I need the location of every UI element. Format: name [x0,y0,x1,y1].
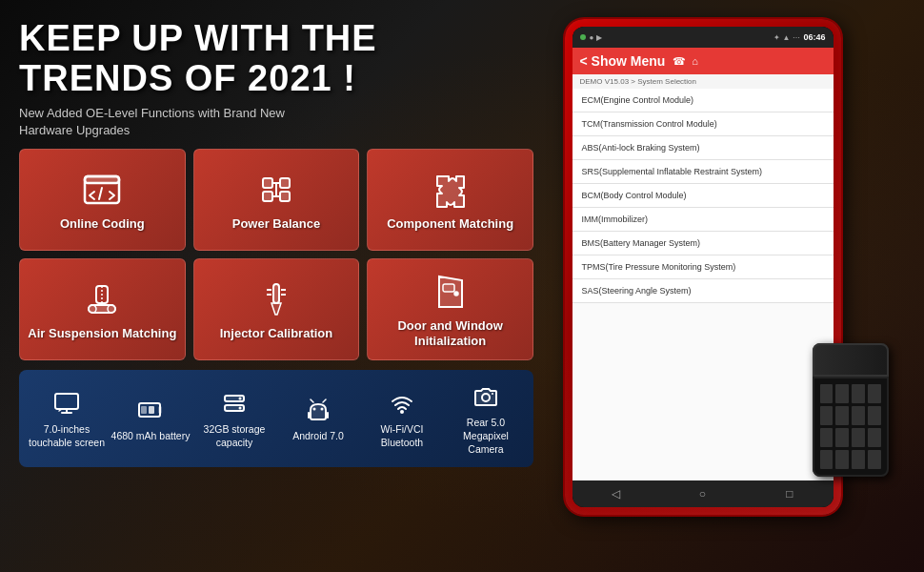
feature-tile-online-coding[interactable]: Online Coding [19,149,186,251]
obd-pin [868,450,881,469]
screen-icon [51,388,82,419]
obd-pin [820,406,834,425]
left-panel: KEEP UP WITH THE TRENDS OF 2021 ! New Ad… [19,19,533,558]
feature-grid: Online Coding Power Balance [19,149,533,360]
puzzle-icon [430,169,472,211]
svg-point-37 [492,393,493,395]
svg-point-35 [400,410,404,414]
spec-storage-label: 32GB storage capacity [194,423,274,449]
obd-pin [852,384,865,403]
code-icon [81,169,123,211]
svg-rect-4 [263,192,272,201]
feature-label-power-balance: Power Balance [232,216,321,232]
svg-rect-14 [273,284,279,303]
svg-rect-21 [55,394,78,409]
header-icons: ☎ ⌂ [673,55,698,68]
svg-point-28 [239,407,242,410]
tablet-screen: ● ▶ ✦ ▲ ⋯ 06:46 < Show Menu ☎ [572,27,834,507]
subtitle: New Added OE-Level Functions with Brand … [19,105,533,139]
feature-tile-power-balance[interactable]: Power Balance [193,149,360,251]
phone-icon[interactable]: ☎ [673,55,686,68]
status-time: 06:46 [803,32,825,42]
status-bar: ● ▶ ✦ ▲ ⋯ 06:46 [572,27,834,48]
obd-top [813,343,889,377]
tablet-body: ● ▶ ✦ ▲ ⋯ 06:46 < Show Menu ☎ [565,19,841,515]
back-button[interactable]: < Show Menu [580,53,666,69]
status-left: ● ▶ [580,33,602,42]
obd-pin [820,450,834,469]
spec-battery-label: 4680 mAh battery [111,430,191,443]
back-nav-button[interactable]: ◁ [604,482,627,505]
obd-pin [852,428,865,447]
spec-wifi: Wi-Fi/VCI Bluetooth [362,388,442,449]
menu-item-imm[interactable]: IMM(Immobilizer) [572,208,834,232]
feature-label-online-coding: Online Coding [60,216,145,232]
headline-line2: TRENDS OF 2021 ! [19,58,356,98]
feature-tile-air-suspension[interactable]: Air Suspension Matching [19,258,186,360]
feature-label-air-suspension: Air Suspension Matching [28,326,176,341]
balance-icon [255,169,297,211]
feature-tile-injector-calibration[interactable]: Injector Calibration [193,258,360,360]
status-text: ● ▶ [590,33,602,42]
battery-icon [135,395,166,425]
obd-pin [868,428,881,447]
obd-pin [868,406,881,425]
obd-body [813,377,889,477]
menu-item-sas[interactable]: SAS(Steering Angle System) [572,279,834,303]
status-icons: ✦ ▲ ⋯ 06:46 [773,32,826,42]
signal-icon: ▲ [783,33,791,42]
menu-item-tpms[interactable]: TPMS(Tire Pressure Monitoring System) [572,255,834,279]
breadcrumb: DEMO V15.03 > System Selection [572,74,834,89]
spec-screen: 7.0-inches touchable screen [27,388,107,449]
svg-rect-9 [89,305,115,313]
svg-rect-23 [141,406,147,414]
headline-line1: KEEP UP WITH THE [19,18,377,58]
feature-label-component-matching: Component Matching [387,216,513,232]
recent-nav-button[interactable]: □ [778,482,801,505]
menu-item-bcm[interactable]: BCM(Body Control Module) [572,184,834,208]
feature-tile-door-window[interactable]: Door and Window Initialization [367,258,533,360]
spec-camera-label: Rear 5.0 Megapixel Camera [446,417,526,456]
obd-pin [835,450,849,469]
device-container: ● ▶ ✦ ▲ ⋯ 06:46 < Show Menu ☎ [565,19,889,534]
menu-item-abs[interactable]: ABS(Anti-lock Braking System) [572,136,834,160]
svg-rect-19 [443,284,454,292]
android-icon [303,395,333,425]
svg-point-20 [454,292,458,296]
obd-pin [852,406,865,425]
obd-connector [813,343,889,477]
spec-camera: Rear 5.0 Megapixel Camera [446,381,526,456]
obd-pin [835,384,849,403]
home-icon[interactable]: ⌂ [692,55,698,68]
feature-tile-component-matching[interactable]: Component Matching [367,149,533,251]
menu-item-srs[interactable]: SRS(Supplemental Inflatable Restraint Sy… [572,160,834,184]
svg-point-29 [313,407,316,410]
obd-pin [835,406,849,425]
bluetooth-icon: ✦ [773,33,780,42]
storage-icon [219,388,250,419]
headline: KEEP UP WITH THE TRENDS OF 2021 ! [19,19,533,99]
obd-pin [820,428,834,447]
svg-point-30 [321,407,324,410]
svg-rect-1 [85,176,119,183]
injector-icon [255,278,297,320]
nav-bar: ◁ ○ □ [572,480,834,507]
wifi-icon [387,388,417,419]
svg-line-32 [323,399,326,402]
feature-label-door-window: Door and Window Initialization [375,318,525,348]
home-nav-button[interactable]: ○ [691,482,713,505]
menu-item-tcm[interactable]: TCM(Transmission Control Module) [572,112,834,136]
svg-rect-2 [263,178,272,188]
right-panel: ● ▶ ✦ ▲ ⋯ 06:46 < Show Menu ☎ [548,19,905,558]
spec-screen-label: 7.0-inches touchable screen [27,423,107,449]
camera-icon [471,381,501,412]
svg-rect-3 [280,178,290,188]
menu-item-bms[interactable]: BMS(Battery Manager System) [572,232,834,255]
spec-battery: 4680 mAh battery [110,395,191,443]
suspension-icon [81,278,123,320]
svg-line-31 [311,399,313,402]
svg-rect-24 [149,406,154,414]
feature-label-injector: Injector Calibration [220,326,332,341]
menu-item-ecm[interactable]: ECM(Engine Control Module) [572,89,834,112]
obd-pin [835,428,849,447]
